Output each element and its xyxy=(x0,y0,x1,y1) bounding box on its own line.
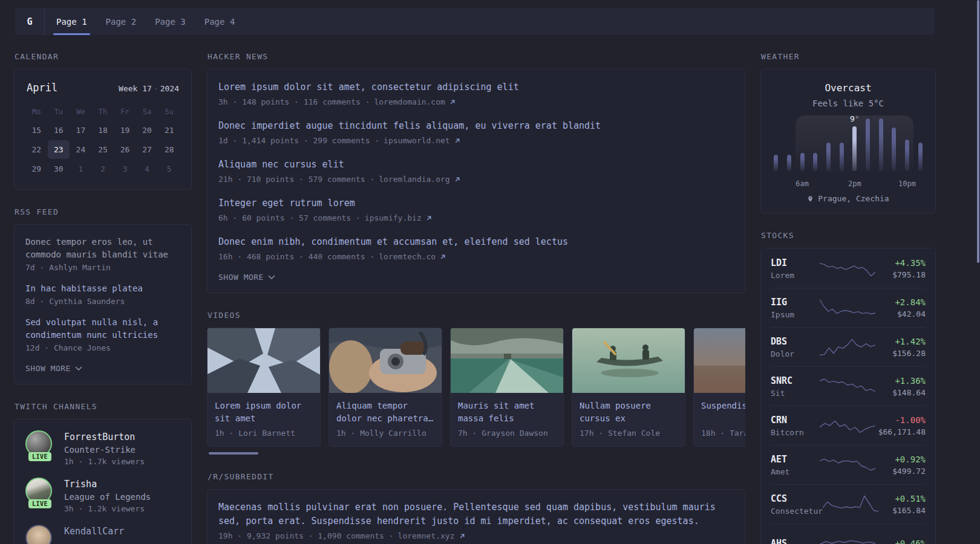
video-title[interactable]: Lorem ipsum dolor sit amet consectetu… xyxy=(215,400,313,425)
stock-row[interactable]: CRNBitcorn-1.00%$66,171.48 xyxy=(771,406,926,445)
feed-item-domain-link[interactable]: loremdomain.com xyxy=(374,97,445,106)
avatar xyxy=(25,525,54,544)
nav-tabs: Page 1Page 2Page 3Page 4 xyxy=(56,8,235,35)
tab-page-1[interactable]: Page 1 xyxy=(56,8,87,35)
video-title[interactable]: Suspendisse diam xyxy=(701,400,745,425)
weather-time-label: 6am xyxy=(795,180,809,188)
feed-item-title[interactable]: Donec imperdiet augue tincidunt felis al… xyxy=(218,119,734,133)
tab-page-4[interactable]: Page 4 xyxy=(204,8,235,35)
feed-item-title[interactable]: Integer eget rutrum lorem xyxy=(218,196,734,210)
weather-bar xyxy=(774,155,778,171)
stock-change: +1.36% xyxy=(875,376,926,386)
twitch-channel-info: ForrestBurtonCounter-Strike1h · 1.7k vie… xyxy=(64,430,145,466)
stock-sparkline xyxy=(820,257,875,280)
app-logo[interactable]: G xyxy=(15,8,45,35)
video-card-body: Suspendisse diam18h · Tara xyxy=(694,393,745,446)
rss-show-more-button[interactable]: SHOW MORE xyxy=(25,364,180,373)
video-card[interactable]: Nullam posuere cursus ex17h · Stefan Col… xyxy=(572,328,685,447)
video-title[interactable]: Nullam posuere cursus ex xyxy=(580,400,678,425)
videos-scrollbar-thumb[interactable] xyxy=(209,452,258,455)
feed-item-title[interactable]: Maecenas mollis pulvinar erat non posuer… xyxy=(218,500,734,528)
calendar-day: 29 xyxy=(25,160,48,178)
stock-values: +1.42%$156.28 xyxy=(875,337,926,358)
weather-time-label: 2pm xyxy=(848,180,861,188)
feed-item-stats: 6h · 60 points · 57 comments · xyxy=(218,213,361,222)
header: G Page 1Page 2Page 3Page 4 xyxy=(15,8,935,35)
external-link-icon xyxy=(454,138,460,144)
video-card[interactable]: Suspendisse diam18h · Tara xyxy=(693,328,745,447)
weather-hourly-chart: 9°6am2pm10pm xyxy=(769,115,927,188)
twitch-channel-category: League of Legends xyxy=(64,492,151,502)
stock-row[interactable]: AETAmet+0.92%$499.72 xyxy=(771,445,926,485)
stock-price: $156.28 xyxy=(875,349,926,358)
feed-item: Integer eget rutrum lorem6h · 60 points … xyxy=(218,196,734,222)
feed-item-stats: 16h · 468 points · 440 comments · xyxy=(218,252,374,261)
rss-item-title[interactable]: Donec tempor eros leo, ut commodo mauris… xyxy=(25,236,180,261)
video-title[interactable]: Aliquam tempor dolor nec pharetra… xyxy=(336,400,434,425)
tab-page-3[interactable]: Page 3 xyxy=(155,8,186,35)
stock-name: Amet xyxy=(771,467,820,476)
feed-item-title[interactable]: Aliquam nec cursus elit xyxy=(218,158,734,172)
feed-item-domain-link[interactable]: loremtech.co xyxy=(379,252,436,261)
feed-item-title[interactable]: Lorem ipsum dolor sit amet, consectetur … xyxy=(218,80,734,94)
calendar-week: Week 17·2024 xyxy=(119,84,179,93)
stock-sparkline xyxy=(820,453,875,476)
degree-symbol: ° xyxy=(855,114,860,123)
rss-widget-title: RSS FEED xyxy=(15,207,192,216)
stock-row[interactable]: SNRCSit+1.36%$148.64 xyxy=(771,367,926,406)
twitch-channel[interactable]: LIVEForrestBurtonCounter-Strike1h · 1.7k… xyxy=(25,430,180,466)
feed-item: Aliquam nec cursus elit21h · 710 points … xyxy=(218,158,734,184)
feed-item-domain-link[interactable]: loremlandia.org xyxy=(379,175,449,184)
weather-condition: Overcast xyxy=(769,82,927,94)
stock-symbol: DBS xyxy=(771,336,820,347)
videos-carousel: Lorem ipsum dolor sit amet consectetu…1h… xyxy=(207,328,745,447)
calendar-day-header: Tu xyxy=(48,103,70,120)
video-card-body: Mauris sit amet massa felis7h · Grayson … xyxy=(451,393,563,446)
twitch-channel[interactable]: KendallCarr xyxy=(25,525,180,544)
stocks-widget-title: STOCKS xyxy=(761,231,936,240)
external-link-icon xyxy=(454,176,460,183)
stock-price: $42.04 xyxy=(875,309,926,319)
page-scrollbar-thumb[interactable] xyxy=(977,0,979,263)
stock-row[interactable]: IIGIpsum+2.84%$42.04 xyxy=(771,288,926,328)
stock-symbol: AHS xyxy=(771,538,820,544)
video-card[interactable]: Aliquam tempor dolor nec pharetra…1h · M… xyxy=(328,328,442,447)
twitch-channel-name: Trisha xyxy=(64,478,151,490)
stock-row[interactable]: LDILorem+4.35%$795.18 xyxy=(771,249,926,288)
feed-item-domain-link[interactable]: ipsumworld.net xyxy=(384,136,450,145)
tab-page-2[interactable]: Page 2 xyxy=(106,8,137,35)
twitch-channel[interactable]: LIVETrishaLeague of Legends3h · 1.2k vie… xyxy=(25,478,180,513)
feed-item-title[interactable]: Donec enim nibh, condimentum et accumsan… xyxy=(218,235,734,249)
twitch-channel-info: KendallCarr xyxy=(64,525,124,537)
twitch-widget-title: TWITCH CHANNELS xyxy=(15,402,192,411)
calendar-day: 20 xyxy=(136,121,158,140)
stock-info: AETAmet xyxy=(771,454,820,476)
twitch-list: LIVEForrestBurtonCounter-Strike1h · 1.7k… xyxy=(25,430,180,544)
column-middle: HACKER NEWS Lorem ipsum dolor sit amet, … xyxy=(207,52,745,544)
stock-row[interactable]: CCSConsectetur+0.51%$165.84 xyxy=(771,485,926,524)
calendar-day: 15 xyxy=(25,121,48,140)
stock-row[interactable]: DBSDolor+1.42%$156.28 xyxy=(771,328,926,367)
feed-item: Maecenas mollis pulvinar erat non posuer… xyxy=(218,500,734,540)
feed-item-stats: 19h · 9,932 points · 1,090 comments · xyxy=(218,531,394,540)
weather-time-label: 10pm xyxy=(898,180,916,188)
weather-widget-title: WEATHER xyxy=(761,52,936,61)
stock-info: AHS xyxy=(771,538,820,544)
rss-list: Donec tempor eros leo, ut commodo mauris… xyxy=(25,236,180,352)
video-card[interactable]: Lorem ipsum dolor sit amet consectetu…1h… xyxy=(207,328,321,447)
video-thumbnail xyxy=(329,328,442,393)
feed-item-domain-link[interactable]: ipsumify.biz xyxy=(365,213,422,222)
video-card[interactable]: Mauris sit amet massa felis7h · Grayson … xyxy=(450,328,564,447)
feed-item-domain-link[interactable]: loremnet.xyz xyxy=(398,531,455,540)
weather-bar-current xyxy=(852,126,857,171)
calendar-day: 27 xyxy=(136,140,158,159)
hackernews-show-more-button[interactable]: SHOW MORE xyxy=(218,273,734,282)
calendar-day: 25 xyxy=(92,140,114,159)
twitch-channel-meta: 3h · 1.2k viewers xyxy=(64,504,151,513)
rss-item-title[interactable]: Sed volutpat nulla nisl, a condimentum n… xyxy=(25,316,180,342)
video-title[interactable]: Mauris sit amet massa felis xyxy=(458,400,556,425)
rss-item-title[interactable]: In hac habitasse platea xyxy=(25,282,180,295)
stock-row[interactable]: AHS+0.46% xyxy=(771,524,926,544)
stock-values: +0.51%$165.84 xyxy=(878,494,926,515)
avatar-image xyxy=(25,525,52,544)
